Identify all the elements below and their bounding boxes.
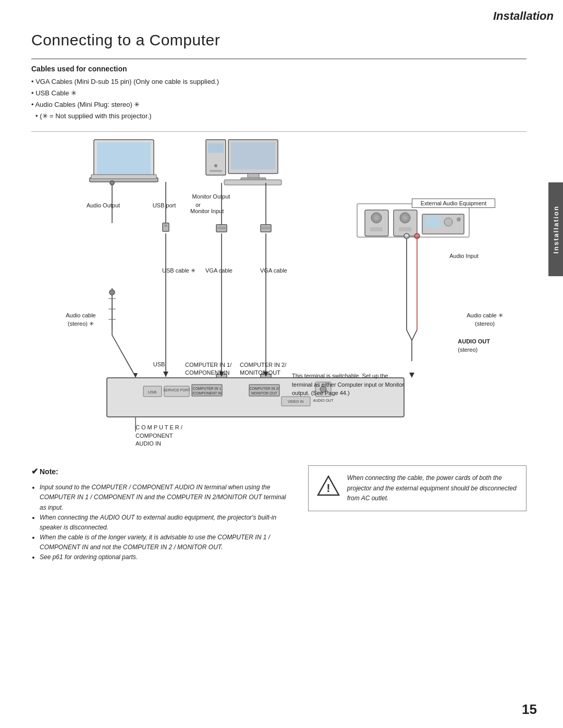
diagram-area: USB SERVICE PORT COMPUTER IN 1 /COMPONEN… xyxy=(31,137,527,450)
label-monitor-input: Monitor Input xyxy=(190,208,224,214)
cable-item-2: USB Cable ✳ xyxy=(31,88,527,99)
note-heading: ✔ Note: xyxy=(31,465,292,478)
svg-rect-7 xyxy=(210,170,222,172)
desktop-illustration xyxy=(206,140,282,185)
label-comp-in1: COMPUTER IN 1/ COMPONENT IN xyxy=(185,361,232,376)
warning-icon: ! xyxy=(317,474,340,497)
svg-text:/COMPONENT IN: /COMPONENT IN xyxy=(192,391,222,395)
svg-text:!: ! xyxy=(326,482,330,495)
svg-rect-11 xyxy=(241,178,266,180)
svg-point-27 xyxy=(109,290,115,295)
svg-rect-79 xyxy=(357,204,469,237)
label-audio-out: AUDIO OUT (stereo) xyxy=(458,338,490,354)
checkmark-icon: ✔ xyxy=(31,465,38,478)
svg-line-60 xyxy=(412,330,417,340)
label-audio-input: Audio Input xyxy=(443,253,485,259)
warning-text: When connecting the cable, the power car… xyxy=(347,474,517,501)
cables-heading: Cables used for connection xyxy=(31,65,527,73)
label-or: or xyxy=(195,202,201,208)
svg-rect-16 xyxy=(163,223,169,231)
note-item-3: When the cable is of the longer variety,… xyxy=(40,534,270,551)
label-monitor-output: Monitor Output xyxy=(190,193,232,200)
label-usb-bottom: USB xyxy=(149,361,169,367)
svg-rect-72 xyxy=(399,227,411,231)
note-list: Input sound to the COMPUTER / COMPONENT … xyxy=(31,483,292,563)
switchable-note: This terminal is switchable. Set up the … xyxy=(292,372,407,398)
svg-point-6 xyxy=(214,164,217,167)
svg-rect-45 xyxy=(192,385,222,396)
svg-text:VIDEO IN: VIDEO IN xyxy=(288,400,304,403)
svg-rect-68 xyxy=(370,227,383,231)
svg-rect-17 xyxy=(164,225,167,227)
cable-item-1: VGA Cables (Mini D-sub 15 pin) (Only one… xyxy=(31,76,527,88)
svg-point-77 xyxy=(404,233,409,239)
note-left: ✔ Note: Input sound to the COMPUTER / CO… xyxy=(31,465,292,562)
label-audio-cable-stereo2: Audio cable ✳ (stereo) xyxy=(461,312,508,328)
right-tab-label: Installation xyxy=(552,205,560,254)
svg-rect-43 xyxy=(164,386,189,397)
svg-text:COMPUTER IN 2/: COMPUTER IN 2/ xyxy=(250,387,279,390)
svg-rect-73 xyxy=(422,214,464,234)
svg-point-67 xyxy=(374,215,379,220)
svg-rect-48 xyxy=(249,385,279,396)
svg-point-75 xyxy=(444,218,452,226)
svg-rect-23 xyxy=(261,225,271,232)
label-vga-cable-1: VGA cable xyxy=(203,267,235,274)
cables-list: VGA Cables (Mini D-sub 15 pin) (Only one… xyxy=(31,76,527,122)
svg-marker-64 xyxy=(133,373,138,378)
svg-text:SERVICE PORT: SERVICE PORT xyxy=(163,388,191,392)
label-audio-output: Audio Output xyxy=(85,202,121,208)
main-content: Connecting to a Computer Cables used for… xyxy=(0,0,563,584)
note-item-2: When connecting the AUDIO OUT to externa… xyxy=(40,514,276,531)
svg-line-59 xyxy=(407,330,412,340)
svg-line-63 xyxy=(112,335,136,377)
label-usb-port: USB port xyxy=(149,202,180,208)
right-installation-tab: Installation xyxy=(548,182,563,276)
svg-rect-4 xyxy=(206,140,226,175)
label-audio-cable-stereo: Audio cable (stereo) ✳ xyxy=(60,312,102,328)
svg-point-66 xyxy=(371,213,382,223)
svg-text:COMPUTER IN 1: COMPUTER IN 1 xyxy=(193,387,222,390)
svg-rect-54 xyxy=(282,397,310,406)
svg-marker-62 xyxy=(409,373,414,378)
svg-rect-12 xyxy=(224,180,282,185)
note-warning-box: ! When connecting the cable, the power c… xyxy=(308,465,527,511)
svg-rect-74 xyxy=(425,217,440,227)
svg-marker-37 xyxy=(163,372,168,377)
svg-point-76 xyxy=(457,217,461,221)
svg-text:AUDIO OUT: AUDIO OUT xyxy=(313,399,334,402)
section-divider2 xyxy=(31,131,527,132)
diagram-svg: USB SERVICE PORT COMPUTER IN 1 /COMPONEN… xyxy=(31,137,527,450)
label-comp-component-audio-in: C O M P U T E R / COMPONENT AUDIO IN xyxy=(136,424,182,448)
page-number: 15 xyxy=(522,701,537,718)
title-divider xyxy=(31,58,527,59)
svg-rect-8 xyxy=(228,140,278,174)
svg-point-14 xyxy=(110,181,114,185)
cables-section: Cables used for connection VGA Cables (M… xyxy=(31,65,527,122)
label-vga-cable-2: VGA cable xyxy=(258,267,289,274)
svg-rect-2 xyxy=(90,178,158,182)
note-item-1: Input sound to the COMPUTER / COMPONENT … xyxy=(40,484,286,511)
external-audio-equipment-label: External Audio Equipment xyxy=(412,199,495,208)
svg-rect-20 xyxy=(216,225,227,232)
svg-text:USB: USB xyxy=(148,390,156,394)
svg-rect-10 xyxy=(248,174,259,179)
cable-item-3: Audio Cables (Mini Plug: stereo) ✳ xyxy=(31,99,527,110)
label-comp-in2: COMPUTER IN 2/ MONITOR OUT xyxy=(240,361,287,376)
svg-point-78 xyxy=(414,233,420,239)
svg-rect-0 xyxy=(94,140,154,179)
svg-rect-65 xyxy=(365,210,388,236)
page-title: Connecting to a Computer xyxy=(31,31,527,49)
cable-item-4: (✳ = Not supplied with this projector.) xyxy=(35,110,527,122)
svg-text:MONITOR OUT: MONITOR OUT xyxy=(251,391,277,395)
note-item-4: See p61 for ordering optional parts. xyxy=(40,553,138,561)
svg-point-70 xyxy=(400,213,410,223)
svg-rect-9 xyxy=(231,142,275,169)
svg-rect-3 xyxy=(91,175,156,179)
svg-rect-5 xyxy=(208,143,224,153)
label-usb-cable: USB cable ✳ xyxy=(161,267,197,274)
note-section: ✔ Note: Input sound to the COMPUTER / CO… xyxy=(31,465,527,562)
section-header: Installation xyxy=(493,9,554,23)
laptop-illustration xyxy=(90,140,158,182)
svg-rect-69 xyxy=(394,210,417,236)
